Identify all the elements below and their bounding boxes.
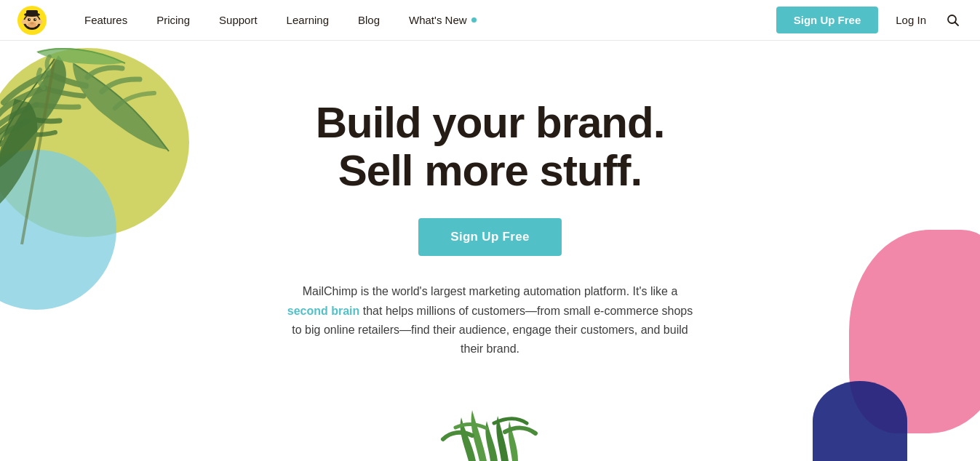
logo[interactable] [17,6,47,35]
svg-point-8 [38,20,43,24]
nav-learning[interactable]: Learning [272,0,343,41]
svg-rect-10 [26,10,38,16]
logo-circle [17,6,47,35]
search-button[interactable] [944,11,963,30]
nav-pricing[interactable]: Pricing [142,0,204,41]
nav-blog[interactable]: Blog [343,0,394,41]
nav-support[interactable]: Support [204,0,272,41]
nav-login-link[interactable]: Log In [890,14,932,26]
nav-features[interactable]: Features [70,0,142,41]
hero-section: Build your brand. Sell more stuff. Sign … [0,41,980,461]
svg-line-13 [955,22,959,25]
svg-point-11 [31,22,34,24]
nav-right: Sign Up Free Log In [776,7,963,33]
main-content: Build your brand. Sell more stuff. Sign … [0,41,980,461]
svg-point-3 [28,18,31,21]
svg-point-7 [22,20,27,24]
svg-point-5 [29,18,30,19]
hero-signup-button[interactable]: Sign Up Free [418,218,561,256]
svg-point-4 [33,18,36,21]
nav-signup-button[interactable]: Sign Up Free [776,7,879,33]
search-icon [947,14,960,27]
nav-links: Features Pricing Support Learning Blog W… [70,0,776,41]
hero-headline: Build your brand. Sell more stuff. [316,99,665,195]
navbar: Features Pricing Support Learning Blog W… [0,0,980,41]
hero-description: MailChimp is the world's largest marketi… [287,282,694,359]
whats-new-dot [471,17,477,23]
mailchimp-logo-icon [19,7,45,33]
svg-point-6 [35,18,36,19]
second-brain-link[interactable]: second brain [287,305,360,317]
nav-whats-new[interactable]: What's New [394,0,491,41]
